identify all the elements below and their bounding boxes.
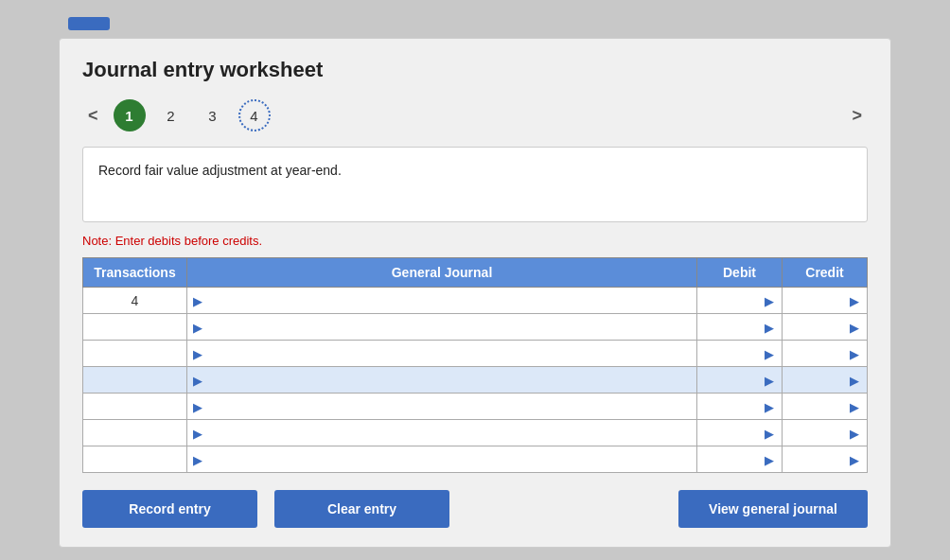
table-row[interactable]: ▶▶▶	[83, 367, 868, 394]
pagination: < 1 2 3 4 >	[82, 99, 868, 131]
tx-cell[interactable]: 4	[83, 288, 187, 314]
gj-cell[interactable]: ▶	[187, 446, 697, 473]
credit-cell[interactable]: ▶	[783, 367, 868, 394]
debit-cell[interactable]: ▶	[697, 288, 783, 314]
col-general-journal: General Journal	[187, 258, 697, 288]
debit-cell[interactable]: ▶	[697, 367, 783, 394]
buttons-row: Record entry Clear entry View general jo…	[82, 490, 868, 528]
gj-cell[interactable]: ▶	[187, 420, 697, 446]
clear-entry-button[interactable]: Clear entry	[274, 490, 449, 528]
page-4-button[interactable]: 4	[238, 99, 271, 131]
gj-cell[interactable]: ▶	[187, 288, 697, 314]
table-row[interactable]: ▶▶▶	[83, 446, 868, 473]
tx-cell[interactable]	[83, 314, 187, 341]
tx-cell[interactable]	[83, 367, 187, 394]
tx-cell[interactable]	[83, 394, 187, 420]
tx-cell[interactable]	[83, 341, 187, 367]
col-credit: Credit	[783, 258, 868, 288]
table-row[interactable]: ▶▶▶	[83, 394, 868, 420]
debit-cell[interactable]: ▶	[697, 446, 783, 473]
gj-cell[interactable]: ▶	[187, 394, 697, 420]
table-row[interactable]: 4▶▶▶	[83, 288, 868, 314]
tx-cell[interactable]	[83, 420, 187, 446]
instruction-box: Record fair value adjustment at year-end…	[82, 147, 868, 222]
gj-cell[interactable]: ▶	[187, 314, 697, 341]
worksheet-card: Journal entry worksheet < 1 2 3 4 > Reco…	[59, 38, 891, 548]
col-transactions: Transactions	[83, 258, 187, 288]
table-row[interactable]: ▶▶▶	[83, 420, 868, 446]
gj-cell[interactable]: ▶	[187, 367, 697, 394]
credit-cell[interactable]: ▶	[783, 288, 868, 314]
next-page-button[interactable]: >	[846, 104, 868, 128]
debit-cell[interactable]: ▶	[697, 394, 783, 420]
credit-cell[interactable]: ▶	[783, 446, 868, 473]
page-2-button[interactable]: 2	[155, 99, 187, 131]
credit-cell[interactable]: ▶	[783, 341, 868, 367]
instruction-text: Record fair value adjustment at year-end…	[98, 163, 342, 178]
worksheet-title: Journal entry worksheet	[82, 58, 868, 82]
prev-page-button[interactable]: <	[82, 104, 104, 128]
page-3-button[interactable]: 3	[197, 99, 229, 131]
gj-cell[interactable]: ▶	[187, 341, 697, 367]
tx-cell[interactable]	[83, 446, 187, 473]
debit-cell[interactable]: ▶	[697, 420, 783, 446]
page-1-button[interactable]: 1	[114, 99, 146, 131]
credit-cell[interactable]: ▶	[783, 314, 868, 341]
credit-cell[interactable]: ▶	[783, 420, 868, 446]
debit-cell[interactable]: ▶	[697, 341, 783, 367]
note-text: Note: Enter debits before credits.	[82, 234, 868, 248]
col-debit: Debit	[697, 258, 783, 288]
table-row[interactable]: ▶▶▶	[83, 341, 868, 367]
journal-table: Transactions General Journal Debit Credi…	[82, 257, 868, 473]
view-general-journal-button[interactable]: View general journal	[678, 490, 868, 528]
record-entry-button[interactable]: Record entry	[82, 490, 257, 528]
credit-cell[interactable]: ▶	[783, 394, 868, 420]
table-row[interactable]: ▶▶▶	[83, 314, 868, 341]
debit-cell[interactable]: ▶	[697, 314, 783, 341]
top-action-button[interactable]	[68, 17, 110, 30]
